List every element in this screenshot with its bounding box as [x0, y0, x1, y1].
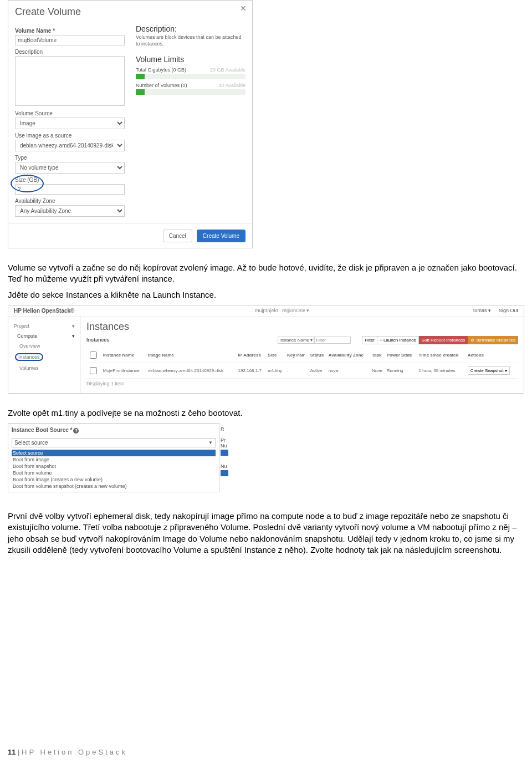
- option-select-source[interactable]: Select source: [12, 450, 216, 456]
- signout-link[interactable]: Sign Out: [499, 308, 518, 313]
- option-boot-from-volume-snapshot[interactable]: Boot from volume snapshot (creates a new…: [12, 483, 216, 490]
- help-icon[interactable]: ?: [73, 428, 79, 434]
- user-menu[interactable]: tomas ▾: [473, 308, 491, 313]
- num-volumes-label: Number of Volumes (0): [136, 83, 187, 88]
- dialog-title: Create Volume: [15, 6, 245, 18]
- description-text: Volumes are block devices that can be at…: [136, 34, 245, 47]
- clipped-right-column: R Pr Nu Nu: [221, 423, 228, 506]
- total-gb-available: 20 GB Available: [210, 67, 245, 73]
- paragraph-2: Jděte do sekce Instances a klikněte na L…: [8, 289, 524, 300]
- sidebar-overview[interactable]: Overview: [14, 341, 75, 351]
- page-footer: 11 | HP Helion OpeStack: [8, 748, 127, 756]
- boot-source-select[interactable]: Select source▼: [12, 438, 216, 447]
- volume-name-input[interactable]: [15, 35, 125, 45]
- sidebar-volumes[interactable]: Volumes: [14, 363, 75, 373]
- paragraph-1: Volume se vytvoří a začne se do něj kopí…: [8, 262, 524, 285]
- sidebar-instances[interactable]: Instances: [14, 351, 75, 363]
- num-volumes-bar: [136, 89, 245, 95]
- chevron-down-icon: ▼: [208, 440, 213, 445]
- brand-label: HP Helion OpenStack®: [14, 308, 74, 314]
- az-select[interactable]: Any Availability Zone: [15, 205, 125, 217]
- project-breadcrumb[interactable]: mujprojekt · regionOne ▾: [255, 308, 310, 313]
- instances-screenshot: HP Helion OpenStack® mujprojekt · region…: [8, 305, 524, 394]
- table-header-row: Instance NameImage NameIP Address SizeKe…: [86, 348, 518, 363]
- table-row: MojePrvniInstance debian-wheezy-amd64-20…: [86, 363, 518, 378]
- total-gb-label: Total Gigabytes (0 GB): [136, 67, 186, 73]
- displaying-count: Displaying 1 item: [86, 379, 518, 389]
- description-textarea[interactable]: [15, 56, 125, 106]
- boot-source-options: Select source Boot from image Boot from …: [12, 450, 216, 490]
- create-snapshot-button[interactable]: Create Snapshot ▾: [468, 366, 510, 375]
- filter-button[interactable]: Filter: [362, 336, 377, 344]
- sidebar-project[interactable]: Project▾: [14, 321, 75, 331]
- volume-name-label: Volume Name *: [15, 28, 125, 34]
- num-volumes-available: 10 Available: [219, 83, 245, 88]
- soft-reboot-button[interactable]: Soft Reboot Instances: [419, 336, 468, 344]
- use-image-select[interactable]: debian-wheezy-amd64-20140929-disk (211.2…: [15, 140, 125, 151]
- az-label: Availability Zone: [15, 198, 125, 204]
- paragraph-3: Zvolte opět m1.tiny a podívejte se na mo…: [8, 408, 524, 419]
- terminate-button[interactable]: ⊘ Terminate Instances: [468, 336, 518, 344]
- instance-name-link[interactable]: MojePrvniInstance: [102, 363, 147, 378]
- volume-source-select[interactable]: Image: [15, 118, 125, 129]
- close-icon[interactable]: ✕: [240, 4, 247, 13]
- paragraph-4: První dvě volby vytvoří ephemeral disk, …: [8, 511, 524, 556]
- description-heading: Description:: [136, 24, 245, 33]
- section-subtitle: Instances: [86, 337, 110, 343]
- volume-source-label: Volume Source: [15, 110, 125, 116]
- cancel-button[interactable]: Cancel: [163, 230, 192, 242]
- filter-input[interactable]: [314, 337, 351, 344]
- row-checkbox[interactable]: [90, 367, 97, 374]
- limits-heading: Volume Limits: [136, 55, 245, 64]
- instances-table: Instance NameImage NameIP Address SizeKe…: [86, 348, 518, 379]
- description-label: Description: [15, 49, 125, 55]
- size-highlight-circle: [11, 175, 44, 192]
- boot-source-dropdown: Instance Boot Source *? Select source▼ S…: [8, 423, 219, 492]
- type-select[interactable]: No volume type: [15, 162, 125, 174]
- select-all-checkbox[interactable]: [90, 352, 97, 359]
- type-label: Type: [15, 155, 125, 161]
- option-boot-from-image-new-volume[interactable]: Boot from image (creates a new volume): [12, 476, 216, 483]
- create-volume-dialog: ✕ Create Volume Volume Name * Descriptio…: [8, 0, 253, 248]
- option-boot-from-image[interactable]: Boot from image: [12, 456, 216, 463]
- filter-field-select[interactable]: Instance Name ▾: [278, 337, 314, 344]
- sidebar-compute[interactable]: Compute▾: [14, 331, 75, 341]
- use-image-label: Use image as a source: [15, 133, 125, 139]
- create-volume-button[interactable]: Create Volume: [197, 230, 245, 242]
- launch-instance-button[interactable]: + Launch Instance: [377, 336, 419, 344]
- option-boot-from-snapshot[interactable]: Boot from snapshot: [12, 463, 216, 470]
- boot-source-label: Instance Boot Source *: [12, 427, 72, 433]
- page-title: Instances: [86, 321, 518, 333]
- total-gb-bar: [136, 74, 245, 79]
- option-boot-from-volume[interactable]: Boot from volume: [12, 470, 216, 476]
